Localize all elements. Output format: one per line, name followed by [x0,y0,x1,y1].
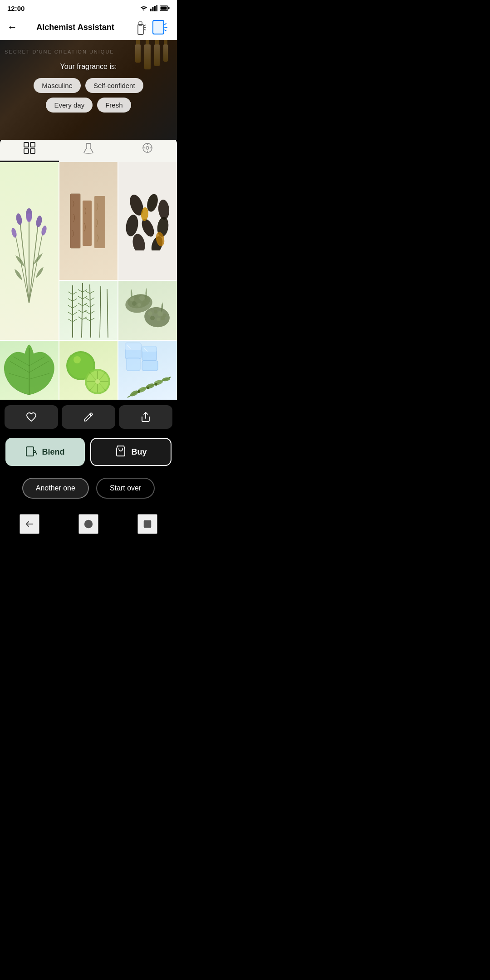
tags-row-2: Every day Fresh [46,98,131,113]
tag-masculine: Masculine [34,78,81,93]
svg-rect-18 [30,149,35,153]
svg-line-60 [68,305,73,308]
share-button[interactable] [119,405,172,429]
tab-grid[interactable] [0,142,59,162]
ingredient-cedarwood [59,162,118,280]
svg-point-43 [157,199,170,220]
svg-point-98 [157,311,163,316]
svg-point-45 [139,217,157,238]
tag-fresh: Fresh [97,98,131,113]
back-button[interactable]: ← [7,21,17,33]
pencil-icon [83,412,94,422]
svg-point-96 [148,311,152,316]
hero-bg-text: SECRET D'UNE CREATION UNIQUE [5,49,114,54]
svg-line-80 [85,304,90,307]
svg-rect-123 [142,346,157,352]
ingredient-lavender [0,162,59,340]
ingredient-geranium [0,341,59,400]
bottom-options: Another one Start over [0,473,177,508]
tab-bar [0,136,177,162]
buy-label: Buy [131,447,147,457]
start-over-button[interactable]: Start over [96,478,155,499]
ingredient-tonka [118,162,177,280]
svg-point-138 [84,520,93,528]
svg-rect-124 [127,358,140,371]
svg-point-133 [137,390,140,393]
svg-rect-15 [24,142,29,147]
svg-line-76 [85,291,90,294]
tablet-device-icon[interactable] [152,20,170,34]
tag-self-confident: Self-confident [85,78,143,93]
svg-point-118 [95,379,100,384]
svg-line-10 [144,27,146,28]
svg-rect-6 [168,7,170,10]
svg-point-36 [41,225,48,236]
status-bar: 12:00 [0,0,177,15]
main-card: /* leaves */ [0,136,177,400]
tags-row-1: Masculine Self-confident [34,78,143,93]
tag-every-day: Every day [46,98,93,113]
status-time: 12:00 [7,5,24,12]
nav-recents-icon [142,519,152,529]
svg-line-68 [78,296,83,299]
tab-flask[interactable] [59,142,118,162]
rosemary-illustration: /* leaves */ [64,281,113,340]
nav-home-button[interactable] [78,514,98,534]
nav-back-button[interactable] [20,514,39,534]
svg-point-32 [26,213,32,222]
battery-icon [160,5,170,11]
svg-point-100 [150,316,155,320]
svg-line-55 [107,289,108,338]
svg-line-11 [144,29,146,30]
svg-line-58 [68,299,73,301]
status-icons [140,5,170,11]
tonka-illustration [123,191,173,250]
another-one-button[interactable]: Another one [22,478,89,499]
svg-rect-139 [144,520,152,528]
svg-point-135 [155,383,157,386]
spray-device-icon[interactable] [133,19,148,35]
svg-rect-37 [70,194,80,248]
hero-section: SECRET D'UNE CREATION UNIQUE Your fragra… [0,40,177,140]
svg-point-35 [11,227,18,238]
header: ← Alchemist Assistant [0,15,177,40]
svg-point-101 [157,318,160,321]
hero-decoration [135,44,168,69]
svg-line-62 [68,312,73,315]
buy-icon [115,445,127,459]
favorite-button[interactable] [5,405,58,429]
header-device-icons [133,19,170,35]
quick-action-row [0,400,177,434]
svg-point-21 [146,147,149,149]
blend-button[interactable]: Blend [5,438,85,466]
moss-illustration [123,281,173,340]
svg-line-78 [85,298,90,300]
buy-button[interactable]: Buy [90,438,172,466]
svg-line-79 [90,298,94,300]
svg-point-93 [137,303,141,307]
svg-line-84 [85,318,90,321]
svg-rect-125 [142,361,158,371]
lavender-illustration [2,194,56,308]
lime-illustration [64,341,113,400]
ingredient-ice [118,341,177,400]
nav-recents-button[interactable] [137,514,157,534]
navigation-bar [0,508,177,543]
svg-point-89 [135,295,138,299]
svg-rect-7 [138,24,143,34]
tab-circle[interactable] [118,142,177,162]
svg-point-34 [35,215,43,228]
svg-line-14 [165,30,166,31]
edit-button[interactable] [62,405,115,429]
ingredient-moss [118,281,177,340]
svg-rect-39 [83,201,92,246]
svg-rect-12 [153,20,164,34]
svg-point-97 [154,310,157,314]
svg-line-9 [144,25,146,26]
svg-line-54 [100,286,101,338]
svg-line-13 [165,24,166,24]
svg-rect-16 [30,142,35,147]
svg-line-65 [73,319,77,322]
nav-back-icon [24,519,34,529]
svg-line-66 [78,289,83,292]
